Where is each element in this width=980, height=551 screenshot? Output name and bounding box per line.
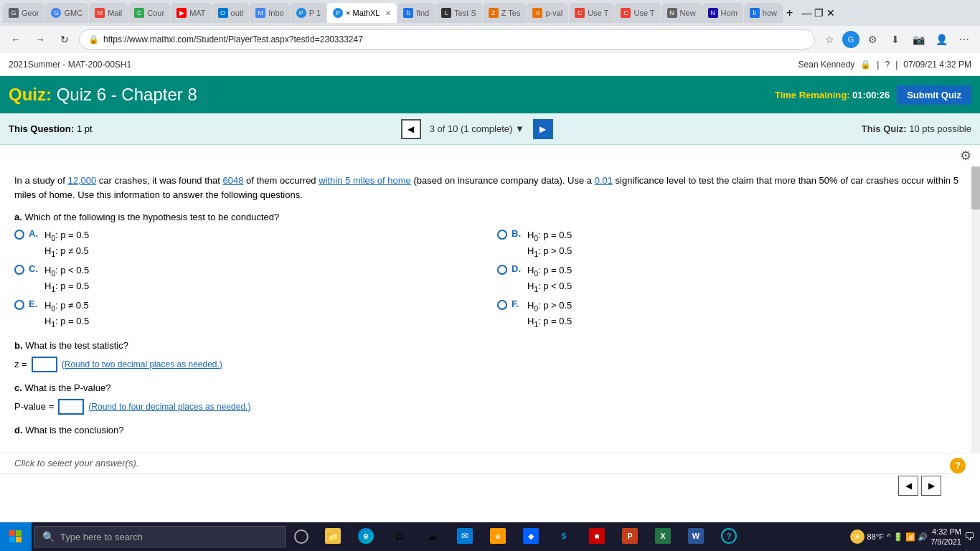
taskbar-time[interactable]: 4:32 PM 7/9/2021 <box>930 527 961 547</box>
taskbar-dropbox[interactable]: ◆ <box>515 522 547 551</box>
tab-inbo[interactable]: M Inbo <box>250 3 289 23</box>
tab-find[interactable]: b find <box>397 3 435 23</box>
radio-d[interactable] <box>497 265 507 275</box>
taskbar-salesforce[interactable]: S <box>548 522 580 551</box>
option-d[interactable]: D. H0: p = 0.5 H1: p < 0.5 <box>497 263 966 294</box>
time-remaining: Time Remaining: 01:00:26 <box>775 90 890 100</box>
part-d: d. What is the conclusion? <box>14 425 966 435</box>
radio-a[interactable] <box>14 230 24 240</box>
bottom-prev-button[interactable]: ◀ <box>898 476 918 496</box>
cortana-btn[interactable] <box>288 522 314 551</box>
option-e[interactable]: E. H0: p ≠ 0.5 H1: p = 0.5 <box>14 298 483 329</box>
tab-active[interactable]: P × MathXL ✕ <box>327 3 397 23</box>
quiz-title: Quiz: Quiz 6 - Chapter 8 <box>9 85 197 105</box>
taskbar: 🔍 Type here to search 📁 e 🗂 ☁ ✉ a <box>0 522 980 551</box>
taskbar-edge[interactable]: e <box>350 522 382 551</box>
address-text: https://www.mathxl.com/Student/PlayerTes… <box>103 34 806 44</box>
question-label: This Question: <box>9 123 74 134</box>
taskbar-help[interactable]: ? <box>713 522 745 551</box>
svg-rect-0 <box>9 530 15 536</box>
taskbar-amazon[interactable]: a <box>482 522 514 551</box>
content-main: In a study of 12,000 car crashes, it was… <box>0 166 980 453</box>
tab-outl[interactable]: O outl <box>212 3 250 23</box>
tab-use1[interactable]: C Use T <box>569 3 614 23</box>
next-question-button[interactable]: ▶ <box>533 119 553 139</box>
settings-button[interactable]: ⚙ <box>960 148 971 164</box>
pvalue-input[interactable] <box>58 399 84 415</box>
scrollbar[interactable] <box>971 166 980 453</box>
quiz-score: This Quiz: 10 pts possible <box>862 123 971 134</box>
radio-c[interactable] <box>14 265 24 275</box>
tab-pval[interactable]: o p-val <box>527 3 568 23</box>
taskbar-excel[interactable]: X <box>647 522 679 551</box>
taskbar-app-icons: 📁 e 🗂 ☁ ✉ a ◆ S ■ <box>314 522 844 551</box>
question-nav: This Question: 1 pt ◀ 3 of 10 (1 complet… <box>0 113 980 145</box>
scrollbar-thumb[interactable] <box>971 166 980 209</box>
option-f[interactable]: F. H0: p > 0.5 H1: p = 0.5 <box>497 298 966 329</box>
z-label: z = <box>14 359 27 369</box>
tab-ztes[interactable]: Z Z Tes <box>483 3 527 23</box>
profile-btn[interactable]: G <box>842 31 859 48</box>
option-b[interactable]: B. H0: p = 0.5 H1: p > 0.5 <box>497 228 966 259</box>
tab-p1[interactable]: P P 1 <box>291 3 326 23</box>
browser-tab-bar: G Geor G GMC M Mail C Cour ▶ MAT O outl … <box>0 0 980 26</box>
taskbar-file-explorer[interactable]: 📁 <box>317 522 349 551</box>
bottom-nav: ◀ ▶ <box>0 473 950 499</box>
tab-mat[interactable]: ▶ MAT <box>171 3 211 23</box>
options-grid: A. H0: p = 0.5 H1: p ≠ 0.5 B. H0: p = 0.… <box>14 228 966 330</box>
pvalue-label: P-value = <box>14 401 54 412</box>
taskbar-onedrive[interactable]: ☁ <box>416 522 448 551</box>
submit-quiz-button[interactable]: Submit Quiz <box>897 85 971 105</box>
menu-btn[interactable]: ⋯ <box>954 29 974 50</box>
part-a: a. Which of the following is the hypothe… <box>14 212 966 330</box>
bottom-next-button[interactable]: ▶ <box>921 476 941 496</box>
quiz-label: Quiz: <box>9 85 52 104</box>
tab-new[interactable]: N New <box>661 3 702 23</box>
help-icon[interactable]: ? <box>885 60 890 70</box>
tab-mail[interactable]: M Mail <box>89 3 128 23</box>
taskbar-mail[interactable]: ✉ <box>449 522 481 551</box>
radio-f[interactable] <box>497 300 507 310</box>
taskbar-files[interactable]: 🗂 <box>383 522 415 551</box>
bookmark-btn[interactable]: ☆ <box>819 29 839 50</box>
taskbar-notification-btn[interactable]: 🗨 <box>964 531 974 542</box>
new-tab-btn[interactable]: + <box>786 6 793 19</box>
z-input-row: z = (Round to two decimal places as need… <box>14 357 966 372</box>
tab-hom[interactable]: N Hom <box>702 3 743 23</box>
time-value: 01:00:26 <box>852 90 890 100</box>
tab-test[interactable]: L Test S <box>435 3 482 23</box>
taskbar-search[interactable]: 🔍 Type here to search <box>34 526 286 547</box>
z-input[interactable] <box>32 357 57 372</box>
taskbar-word[interactable]: W <box>680 522 712 551</box>
svg-rect-3 <box>16 537 22 542</box>
option-c[interactable]: C. H0: p < 0.5 H1: p = 0.5 <box>14 263 483 294</box>
option-a[interactable]: A. H0: p = 0.5 H1: p ≠ 0.5 <box>14 228 483 259</box>
taskbar-app1[interactable]: ■ <box>581 522 613 551</box>
user-profile-btn[interactable]: 👤 <box>931 29 951 50</box>
prev-question-button[interactable]: ◀ <box>401 119 421 139</box>
tab-geor[interactable]: G Geor <box>3 3 44 23</box>
radio-e[interactable] <box>14 300 24 310</box>
radio-b[interactable] <box>497 230 507 240</box>
tab-cour[interactable]: C Cour <box>128 3 170 23</box>
screenshot-btn[interactable]: 📷 <box>908 29 928 50</box>
download-btn[interactable]: ⬇ <box>885 29 905 50</box>
app-header: 2021Summer - MAT-200-00SH1 Sean Kennedy … <box>0 53 980 76</box>
forward-button[interactable]: → <box>30 29 50 50</box>
tab-gmc[interactable]: G GMC <box>45 3 88 23</box>
tab-how[interactable]: b how <box>744 3 783 23</box>
help-question-btn[interactable]: ? <box>950 458 966 474</box>
problem-text: In a study of 12,000 car crashes, it was… <box>14 174 966 202</box>
address-bar[interactable]: 🔒 https://www.mathxl.com/Student/PlayerT… <box>79 29 815 50</box>
click-hint: Click to select your answer(s). <box>14 453 138 473</box>
question-pts: 1 pt <box>77 123 93 134</box>
tab-use2[interactable]: C Use T <box>615 3 660 23</box>
start-button[interactable] <box>0 522 32 551</box>
extensions-btn[interactable]: ⚙ <box>862 29 882 50</box>
taskbar-powerpoint[interactable]: P <box>614 522 646 551</box>
back-button[interactable]: ← <box>6 29 26 50</box>
pvalue-hint: (Round to four decimal places as needed.… <box>88 402 250 412</box>
question-counter: 3 of 10 (1 complete) ▼ <box>424 123 530 134</box>
browser-controls: ← → ↻ 🔒 https://www.mathxl.com/Student/P… <box>0 26 980 53</box>
reload-button[interactable]: ↻ <box>55 29 75 50</box>
